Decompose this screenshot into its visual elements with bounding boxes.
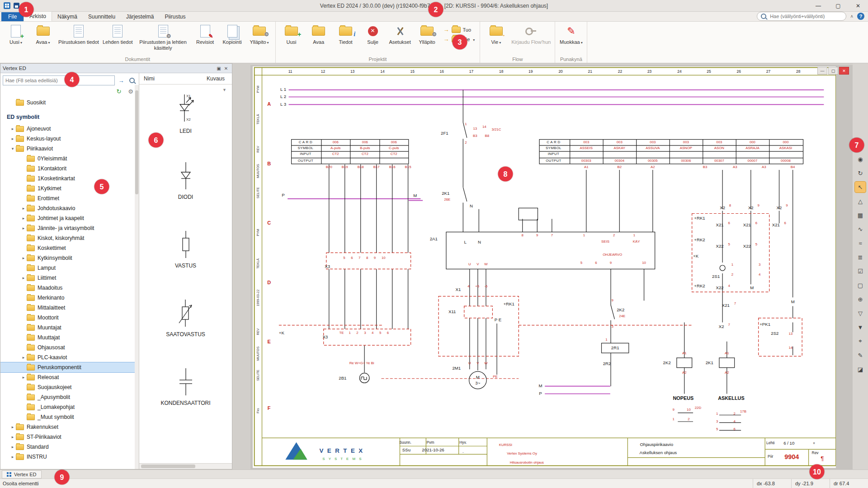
document-tab[interactable]: Vertex ED: [2, 470, 42, 479]
app-icon[interactable]: [4, 2, 10, 9]
horizontal-scrollbar[interactable]: [139, 463, 232, 469]
tree-item[interactable]: ▸ INSTRU: [0, 452, 139, 462]
rotate-icon[interactable]: ↻: [855, 168, 866, 178]
tree-item[interactable]: 1Kosketinkartat: [0, 174, 139, 183]
tree-item[interactable]: ▸ Kytkinsymbolit: [0, 253, 139, 263]
tree-item[interactable]: Maadoitus: [0, 283, 139, 293]
tree-item[interactable]: ▸ Ajoneuvot: [0, 124, 139, 134]
drawings-sheets-manage-button[interactable]: Piirustusten ja lehtien käsittely: [135, 23, 192, 52]
global-search-input[interactable]: [769, 13, 842, 19]
flow-export-button[interactable]: Vie: [482, 23, 509, 47]
doc-minimize-button[interactable]: —: [817, 67, 827, 75]
project-settings-button[interactable]: Asetukset: [387, 23, 414, 47]
tab-file[interactable]: File: [1, 12, 24, 21]
symbol-item-kondensaattori[interactable]: KONDENSAATTORI: [160, 366, 210, 435]
tree-item[interactable]: Moottorit: [0, 313, 139, 323]
panel-close-icon[interactable]: [222, 66, 230, 71]
spline-icon[interactable]: ≈: [855, 238, 866, 249]
scrollbar-thumb[interactable]: [135, 90, 138, 194]
minimize-button[interactable]: —: [808, 0, 828, 11]
redline-icon[interactable]: ✎: [855, 350, 866, 361]
triangle-icon[interactable]: △: [855, 196, 866, 206]
document-maintenance-button[interactable]: Ylläpito: [246, 23, 273, 47]
project-new-button[interactable]: Uusi: [278, 23, 305, 47]
doc-restore-button[interactable]: ▢: [828, 67, 838, 75]
tree-item[interactable]: Koskettimet: [0, 243, 139, 253]
tree-item[interactable]: ▸ ST-Piirikaaviot: [0, 432, 139, 442]
tree-item[interactable]: _Apusymbolit: [0, 392, 139, 402]
tree-item[interactable]: ▸ Jännite- ja virtasymbolit: [0, 223, 139, 233]
revisions-button[interactable]: Revisiot: [192, 23, 219, 47]
wave-icon[interactable]: ∿: [855, 224, 866, 235]
global-search-box[interactable]: [757, 12, 846, 21]
symbol-item-diodi[interactable]: DIODI: [176, 160, 196, 229]
doc-close-button[interactable]: ✕: [839, 67, 849, 75]
quick-access-caret-icon[interactable]: ▾: [23, 4, 25, 8]
symbol-item-vastus[interactable]: VASTUS: [175, 229, 196, 298]
tab-arkisto[interactable]: Arkisto: [24, 11, 52, 21]
symbol-search-input[interactable]: [3, 75, 115, 85]
pin-icon[interactable]: ◉: [855, 154, 866, 164]
tree-item[interactable]: Merkinanto: [0, 293, 139, 303]
document-open-button[interactable]: Avaa: [29, 23, 57, 47]
tree-item[interactable]: ▾ Piirikaaviot: [0, 144, 139, 154]
maximize-button[interactable]: ▢: [828, 0, 848, 11]
symbol-item-saatovastus[interactable]: SAATOVASTUS: [166, 298, 205, 366]
tree-item[interactable]: Lamput: [0, 263, 139, 273]
grid-icon[interactable]: ▦: [855, 210, 866, 221]
tree-item[interactable]: ▸ Johtimet ja kaapelit: [0, 213, 139, 223]
filter-icon[interactable]: ▽: [855, 308, 866, 319]
project-info-button[interactable]: Tiedot: [332, 23, 359, 47]
zoom-in-icon[interactable]: ⊕: [855, 294, 866, 305]
tab-suunnittelu[interactable]: Suunnittelu: [83, 12, 121, 21]
tree-item[interactable]: ▸ Standard: [0, 442, 139, 452]
tree-item[interactable]: ▸ Liittimet: [0, 273, 139, 283]
select-arrow-icon[interactable]: ↖: [855, 182, 866, 192]
tree-item[interactable]: Muuttajat: [0, 333, 139, 343]
region-icon[interactable]: ▢: [855, 280, 866, 291]
tree-item[interactable]: ▸ Keskus-layout: [0, 134, 139, 144]
settings-button[interactable]: [126, 87, 135, 96]
tree-item[interactable]: Ohjausosat: [0, 343, 139, 352]
project-maintenance-button[interactable]: Ylläpito: [414, 23, 441, 47]
filter-icon[interactable]: [222, 88, 226, 92]
refresh-button[interactable]: [114, 87, 123, 96]
tree-item[interactable]: _Muut symbolit: [0, 412, 139, 422]
tree-item[interactable]: Erottimet: [0, 193, 139, 203]
tree-item[interactable]: Muuntajat: [0, 323, 139, 333]
tree-item[interactable]: Mittalaitteet: [0, 303, 139, 313]
hatch-icon[interactable]: ◪: [855, 364, 866, 375]
tab-jarjestelma[interactable]: Järjestelmä: [121, 12, 159, 21]
search-button[interactable]: [127, 76, 137, 85]
tree-item[interactable]: 1Kytkimet: [0, 183, 139, 193]
help-icon[interactable]: ?: [857, 13, 864, 20]
tree-item[interactable]: ▸ PLC-kaaviot: [0, 352, 139, 362]
save-icon[interactable]: [14, 3, 19, 9]
column-header-nimi[interactable]: Nimi: [144, 75, 155, 82]
project-open-button[interactable]: Avaa: [305, 23, 332, 47]
collapse-ribbon-icon[interactable]: ˄: [850, 14, 853, 19]
drawing-canvas[interactable]: — ▢ ✕ 1112131415161718192021222324252627…: [250, 65, 853, 469]
search-go-button[interactable]: [117, 76, 126, 85]
scrollbar-thumb[interactable]: [141, 465, 195, 468]
tree-scrollbar[interactable]: [135, 85, 139, 469]
tree-item[interactable]: 0Yleisimmät: [0, 154, 139, 164]
checklist-icon[interactable]: ☑: [855, 266, 866, 277]
project-close-button[interactable]: Sulje: [359, 23, 387, 47]
document-new-button[interactable]: Uusi: [2, 23, 29, 47]
project-import-button[interactable]: Tuo: [443, 26, 475, 33]
filter-active-icon[interactable]: ▼: [855, 322, 866, 333]
redline-edit-button[interactable]: Muokkaa: [557, 23, 585, 47]
tree-item[interactable]: ▸ Rakennukset: [0, 422, 139, 432]
dock-icon[interactable]: [215, 66, 222, 71]
snap-icon[interactable]: ⌖: [855, 336, 866, 347]
tree-item[interactable]: _Lomakepohjat: [0, 402, 139, 412]
tree-item[interactable]: Kiskot, kiskoryhmät: [0, 233, 139, 243]
symbol-item-ledi[interactable]: X1 X2 LEDI: [174, 92, 198, 160]
tree-item[interactable]: ED symbolit: [0, 112, 139, 122]
tab-piirustus[interactable]: Piirustus: [159, 12, 191, 21]
copy-button[interactable]: Kopiointi: [219, 23, 246, 47]
flow-login-button[interactable]: Kirjaudu Flow'hun: [509, 23, 552, 47]
sheet-info-button[interactable]: Lehden tiedot: [101, 23, 135, 47]
layers-icon[interactable]: ≣: [855, 252, 866, 263]
